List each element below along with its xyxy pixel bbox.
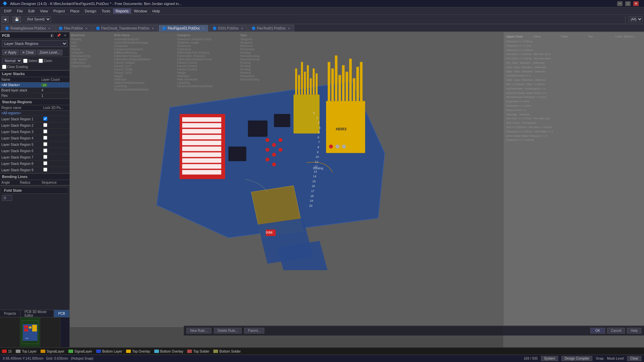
help-btn[interactable]: Help bbox=[627, 328, 641, 334]
menu-item-design[interactable]: Design bbox=[82, 8, 99, 14]
thumb-1[interactable] bbox=[0, 317, 20, 347]
delete-rule-btn[interactable]: Delete Rule... bbox=[214, 328, 242, 334]
fold-state-input[interactable] bbox=[2, 195, 12, 201]
stackup-checkbox-3[interactable] bbox=[43, 129, 47, 133]
legend-top-solder[interactable]: Top Solder bbox=[187, 350, 209, 353]
menu-item-project[interactable]: Project bbox=[51, 8, 67, 14]
legend-signal-layer-1[interactable]: SignalLayer bbox=[41, 350, 64, 353]
tab-flexfigure[interactable]: 🔵 FlexFigure01.PcbDoc ✕ bbox=[159, 25, 208, 32]
thumb-3[interactable] bbox=[40, 317, 60, 347]
stackup-row-5[interactable]: Layer Stack Region 5 bbox=[0, 141, 69, 148]
layer-stack-regions-select[interactable]: Layer Stack Regions bbox=[2, 40, 67, 47]
stackup-row-all[interactable]: <All regions> bbox=[0, 111, 69, 116]
svg-point-59 bbox=[272, 163, 276, 167]
stackup-row-2[interactable]: Layer Stack Region 2 bbox=[0, 122, 69, 129]
all-select[interactable]: (All) bbox=[629, 16, 643, 22]
minimize-btn[interactable]: ─ bbox=[617, 1, 623, 6]
stackup-row-3[interactable]: Layer Stack Region 3 bbox=[0, 129, 69, 135]
panel-float-btn[interactable]: ◧ bbox=[50, 33, 55, 38]
svg-rect-35 bbox=[345, 72, 348, 101]
clear-existing-checkbox[interactable] bbox=[2, 65, 6, 69]
svg-rect-21 bbox=[182, 153, 221, 157]
cancel-btn[interactable]: Cancel bbox=[607, 328, 625, 334]
svg-text:18: 18 bbox=[311, 194, 314, 198]
stackup-checkbox-7[interactable] bbox=[43, 155, 47, 159]
tab-flextest[interactable]: 🔵 FlexTest01.PcbDoc ✕ bbox=[248, 25, 294, 32]
layer-stack-row-board[interactable]: Board layer stack 4 bbox=[0, 88, 69, 93]
tab-close-2[interactable]: ✕ bbox=[152, 27, 154, 30]
panel-close-btn[interactable]: ✕ bbox=[63, 33, 67, 38]
nav-tab-projects[interactable]: Projects bbox=[0, 310, 20, 317]
apply-button[interactable]: ✔ Apply bbox=[2, 50, 19, 55]
thumb-2[interactable]: PCB bbox=[20, 317, 40, 347]
layer-stack-row-all[interactable]: <All Stacks> 15 bbox=[0, 82, 69, 88]
svg-rect-1 bbox=[24, 325, 28, 328]
menu-item-dxp[interactable]: DXP bbox=[1, 8, 14, 14]
menu-item-place[interactable]: Place bbox=[67, 8, 82, 14]
tab-close-1[interactable]: ✕ bbox=[85, 27, 88, 30]
ok-btn[interactable]: OK bbox=[590, 328, 605, 334]
not-saved-select[interactable]: (Not Saved) bbox=[25, 16, 51, 22]
stackup-checkbox-8[interactable] bbox=[43, 161, 47, 165]
stackup-checkbox-5[interactable] bbox=[43, 142, 47, 146]
menu-item-view[interactable]: View bbox=[37, 8, 51, 14]
stackup-checkbox-1[interactable] bbox=[43, 117, 47, 121]
thumbnail-strip: PCB bbox=[0, 317, 69, 347]
tab-close-0[interactable]: ✕ bbox=[48, 27, 51, 30]
stackup-row-8[interactable]: Layer Stack Region 8 bbox=[0, 161, 69, 167]
stackup-checkbox-4[interactable] bbox=[43, 136, 47, 140]
tab-rotating-sensor[interactable]: 🔵 RotatingSensor.PcbDoc ✕ bbox=[1, 25, 54, 32]
stackup-region-6: Layer Stack Region 6 bbox=[0, 148, 42, 154]
tab-close-4[interactable]: ✕ bbox=[241, 27, 244, 30]
legend-bottom-solder[interactable]: Bottom Solder bbox=[213, 350, 240, 353]
design-compiler-btn[interactable]: Design Compiler bbox=[561, 356, 592, 361]
menu-item-file[interactable]: File bbox=[14, 8, 26, 14]
menu-item-tools[interactable]: Tools bbox=[99, 8, 113, 14]
menu-item-edit[interactable]: Edit bbox=[25, 8, 37, 14]
legend-bottom-layer[interactable]: Bottom Layer bbox=[96, 350, 122, 353]
stackup-row-4[interactable]: Layer Stack Region 4 bbox=[0, 135, 69, 141]
stackup-row-7[interactable]: Layer Stack Region 7 bbox=[0, 154, 69, 161]
parent-btn[interactable]: Parent... bbox=[244, 328, 264, 334]
svg-rect-17 bbox=[182, 129, 221, 134]
maximize-btn[interactable]: □ bbox=[625, 1, 631, 6]
tab-d101[interactable]: 🔵 D101.PcbDoc ✕ bbox=[209, 25, 247, 32]
stackup-checkbox-9[interactable] bbox=[43, 168, 47, 172]
stackup-lock-7 bbox=[42, 154, 69, 161]
tab-flexcircuit[interactable]: 🔵 FlexCircuit_Transformer.PcbDoc ✕ bbox=[92, 25, 158, 32]
system-btn[interactable]: System bbox=[541, 356, 558, 361]
nav-tab-3d-editor[interactable]: PCB 3D Movie Editor bbox=[20, 310, 54, 317]
tab-flex[interactable]: 🔵 Flex.PcbDoc ✕ bbox=[55, 25, 92, 32]
stackup-checkbox-6[interactable] bbox=[43, 148, 47, 153]
stackup-row-9[interactable]: Layer Stack Region 9 bbox=[0, 167, 69, 173]
close-btn[interactable]: ✕ bbox=[633, 1, 639, 6]
legend-bottom-overlay[interactable]: Bottom Overlay bbox=[154, 350, 183, 353]
zoom-level-button[interactable]: Zoom Level... bbox=[37, 50, 62, 55]
svg-rect-44 bbox=[304, 72, 306, 95]
view-mode-select[interactable]: Normal bbox=[2, 58, 22, 64]
stackup-checkbox-2[interactable] bbox=[43, 123, 47, 127]
stackup-row-6[interactable]: Layer Stack Region 6 bbox=[0, 148, 69, 154]
zoom-checkbox[interactable] bbox=[39, 59, 43, 63]
legend-top-layer[interactable]: Top Layer bbox=[16, 350, 37, 353]
nav-tab-pcb[interactable]: PCB bbox=[54, 310, 69, 317]
svg-rect-32 bbox=[335, 55, 337, 101]
viewport[interactable]: Electrical RoutingSMIMiscPlanes Testpoin… bbox=[70, 32, 644, 347]
clear-status-btn[interactable]: Clear bbox=[627, 356, 641, 361]
menu-item-window[interactable]: Window bbox=[131, 8, 150, 14]
tab-close-5[interactable]: ✕ bbox=[288, 27, 290, 30]
menu-item-help[interactable]: Help bbox=[150, 8, 163, 14]
legend-top-overlay[interactable]: Top Overlay bbox=[126, 350, 150, 353]
new-rule-btn[interactable]: New Rule... bbox=[186, 328, 211, 334]
stackup-row-1[interactable]: Layer Stack Region 1 bbox=[0, 116, 69, 122]
select-checkbox[interactable] bbox=[23, 59, 28, 63]
clear-button[interactable]: ✕ Clear bbox=[20, 50, 36, 55]
toolbar-btn-1[interactable]: ◀ bbox=[1, 16, 9, 23]
tab-close-3[interactable]: ✕ bbox=[202, 27, 205, 30]
legend-layer-number: 15 bbox=[2, 350, 12, 353]
menu-item-reports[interactable]: Reports bbox=[113, 8, 131, 14]
save-btn[interactable]: 💾 bbox=[12, 16, 21, 23]
legend-signal-layer-2[interactable]: SignalLayer bbox=[68, 350, 92, 353]
layer-stack-row-flex[interactable]: Flex 1 bbox=[0, 93, 69, 99]
panel-pin-btn[interactable]: 📌 bbox=[56, 33, 62, 38]
